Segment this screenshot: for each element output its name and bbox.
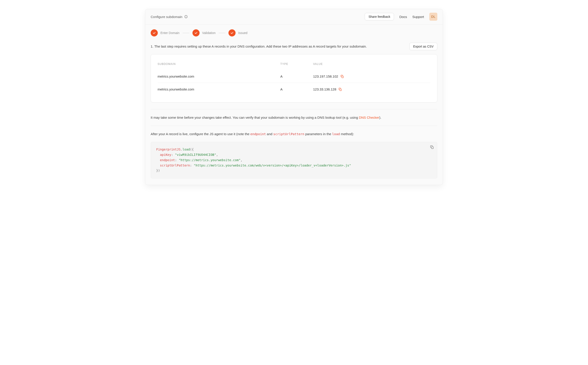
tok-str: "https://metrics.yourwebsite.com" bbox=[179, 158, 241, 162]
cell-type: A bbox=[280, 83, 313, 96]
cell-subdomain: metrics.yourwebsite.com bbox=[158, 70, 280, 83]
tok-key: endpoint bbox=[160, 158, 175, 162]
note-text: method): bbox=[340, 132, 354, 136]
step-connector bbox=[219, 33, 225, 33]
step-validation: Validation bbox=[193, 29, 215, 36]
col-type: TYPE bbox=[280, 60, 313, 70]
configure-subdomain-panel: Configure subdomain Share feedback Docs … bbox=[145, 9, 443, 185]
note-text: parameters in the bbox=[304, 132, 332, 136]
code-snippet: FingerprintJS.load({ apiKey: "viwR9ibILI… bbox=[151, 142, 437, 178]
check-icon bbox=[151, 29, 158, 36]
tok-func: load bbox=[182, 147, 190, 151]
header-right: Share feedback Docs Support DL bbox=[365, 13, 437, 21]
tok-key: apiKey bbox=[160, 153, 171, 156]
tok-str: "viwR9ibILIf9UO44CIOB" bbox=[175, 153, 216, 156]
export-csv-button[interactable]: Export as CSV bbox=[409, 43, 437, 50]
note-text: It may take some time before your change… bbox=[151, 116, 359, 119]
table-row: metrics.yourwebsite.com A 123.33.136.128 bbox=[158, 83, 430, 96]
col-value: VALUE bbox=[313, 60, 430, 70]
svg-rect-3 bbox=[342, 76, 343, 78]
dns-propagation-note: It may take some time before your change… bbox=[151, 114, 437, 126]
note-text: ). bbox=[379, 116, 381, 119]
svg-rect-4 bbox=[340, 89, 341, 91]
header: Configure subdomain Share feedback Docs … bbox=[145, 9, 443, 24]
step-label: Validation bbox=[202, 31, 215, 35]
js-agent-note: After your A record is live, configure t… bbox=[151, 131, 437, 142]
copy-code-icon[interactable] bbox=[430, 145, 434, 149]
divider bbox=[151, 109, 437, 109]
divider bbox=[151, 126, 437, 126]
stepper: Enter Domain Validation Issued bbox=[145, 24, 443, 41]
support-link[interactable]: Support bbox=[412, 15, 424, 19]
check-icon bbox=[193, 29, 200, 36]
note-text: After your A record is live, configure t… bbox=[151, 132, 250, 136]
svg-rect-5 bbox=[432, 147, 433, 149]
check-icon bbox=[228, 29, 235, 36]
info-icon[interactable] bbox=[184, 15, 188, 18]
step-issued: Issued bbox=[228, 29, 247, 36]
code-content: FingerprintJS.load({ apiKey: "viwR9ibILI… bbox=[156, 147, 432, 173]
page-title: Configure subdomain bbox=[151, 15, 182, 19]
step-label: Issued bbox=[238, 31, 247, 35]
note-text: and bbox=[266, 132, 273, 136]
copy-icon[interactable] bbox=[339, 88, 342, 91]
code-inline: load bbox=[332, 132, 340, 136]
col-subdomain: SUBDOMAIN bbox=[158, 60, 280, 70]
code-inline: endpoint bbox=[250, 132, 266, 136]
dns-records-table: SUBDOMAIN TYPE VALUE metrics.yourwebsite… bbox=[151, 54, 437, 103]
header-left: Configure subdomain bbox=[151, 15, 188, 19]
dns-checker-link[interactable]: DNS Checker bbox=[359, 116, 379, 119]
instruction-row: 1. The last step requires setting up the… bbox=[151, 41, 437, 54]
svg-point-2 bbox=[186, 16, 186, 16]
cell-value: 123.197.158.102 bbox=[313, 74, 338, 78]
code-inline: scriptUrlPattern bbox=[273, 132, 304, 136]
cell-value: 123.33.136.128 bbox=[313, 87, 336, 91]
copy-icon[interactable] bbox=[340, 75, 344, 78]
cell-subdomain: metrics.yourwebsite.com bbox=[158, 83, 280, 96]
docs-link[interactable]: Docs bbox=[399, 15, 407, 19]
table-row: metrics.yourwebsite.com A 123.197.158.10… bbox=[158, 70, 430, 83]
step-label: Enter Domain bbox=[160, 31, 180, 35]
step-enter-domain: Enter Domain bbox=[151, 29, 180, 36]
instruction-text: 1. The last step requires setting up the… bbox=[151, 44, 367, 49]
avatar[interactable]: DL bbox=[429, 13, 437, 21]
step-connector bbox=[183, 33, 189, 33]
tok-class: FingerprintJS bbox=[156, 147, 181, 151]
tok-key: scriptUrlPattern bbox=[160, 164, 190, 167]
tok-str: "https://metrics.yourwebsite.com/web/v<v… bbox=[194, 164, 351, 167]
share-feedback-button[interactable]: Share feedback bbox=[365, 13, 394, 21]
panel-body: 1. The last step requires setting up the… bbox=[145, 41, 443, 185]
cell-type: A bbox=[280, 70, 313, 83]
